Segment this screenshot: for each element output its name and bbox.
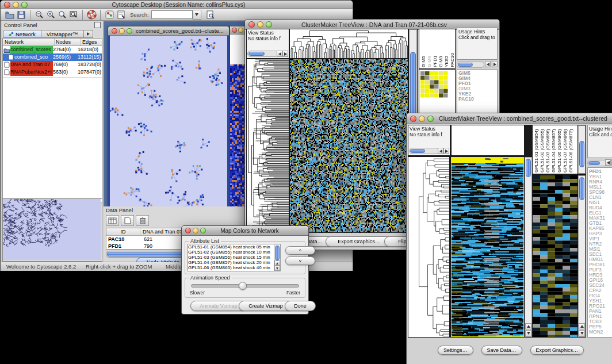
- close-button[interactable]: [232, 28, 237, 33]
- network-row[interactable]: RNAPuberNov2+I 563(0) 107847(0): [3, 68, 102, 76]
- attribute-list-item[interactable]: GPL51-03 (GSM856) heat shock 15 min: [188, 255, 280, 260]
- cell-id[interactable]: PFD1: [106, 243, 141, 250]
- col-network[interactable]: Network: [3, 39, 55, 45]
- float-panel-icon[interactable]: [94, 22, 101, 28]
- scroll-down-icon[interactable]: [274, 266, 280, 271]
- network-row[interactable]: DNA and Tran 07 769(0) 183728(0): [3, 61, 102, 68]
- attribute-list[interactable]: GPL51-01 (GSM854) heat shock 05 minGPL51…: [188, 244, 281, 271]
- slider-thumb[interactable]: [239, 282, 247, 290]
- scroll-left-icon[interactable]: [438, 148, 443, 154]
- scroll-down-icon[interactable]: [579, 330, 585, 336]
- close-button[interactable]: [4, 2, 10, 8]
- attribute-list-item[interactable]: GPL51-02 (GSM855) heat shock 10 min: [188, 250, 280, 255]
- help-lifesaver-icon[interactable]: [86, 9, 97, 21]
- close-button[interactable]: [112, 28, 117, 34]
- tv2-labels-vscrollbar[interactable]: [578, 125, 586, 174]
- annotation-icon[interactable]: [115, 9, 127, 21]
- tv2-status-hscrollbar[interactable]: [409, 148, 439, 154]
- zoom-button[interactable]: [200, 228, 206, 233]
- tv2-heatmap[interactable]: [451, 157, 524, 337]
- scroll-left-icon[interactable]: [605, 159, 611, 166]
- scroll-down-icon[interactable]: [525, 330, 531, 336]
- scroll-right-icon[interactable]: [443, 148, 449, 154]
- minimize-button[interactable]: [257, 21, 263, 28]
- zoom-in-icon[interactable]: [45, 9, 56, 21]
- tv2-usage-hscrollbar[interactable]: [587, 159, 612, 166]
- minimize-button[interactable]: [13, 2, 19, 8]
- tv2-column-dendrogram[interactable]: [452, 125, 524, 155]
- zoom-selected-icon[interactable]: [56, 9, 68, 21]
- tv2-row-dendrogram[interactable]: [408, 157, 449, 337]
- tv1-heatmap[interactable]: [290, 59, 408, 232]
- hscroll-thumb[interactable]: [588, 161, 600, 165]
- scroll-left-icon[interactable]: [485, 61, 491, 67]
- attribute-list-item[interactable]: GPL51-01 (GSM854) heat shock 05 min: [188, 244, 280, 250]
- search-input[interactable]: [151, 10, 193, 19]
- minimize-button[interactable]: [193, 228, 198, 233]
- scroll-right-icon[interactable]: [282, 51, 288, 57]
- network-row-selected[interactable]: combined_sco 2569(6) 13112(15): [3, 53, 102, 61]
- minimize-button[interactable]: [419, 116, 425, 122]
- document-magnifier-icon[interactable]: [205, 9, 216, 21]
- save-icon[interactable]: [16, 9, 27, 21]
- delete-attribute-trash-icon[interactable]: [136, 215, 149, 226]
- col-nodes[interactable]: Nodes: [55, 39, 81, 45]
- zoom-button[interactable]: [21, 2, 28, 8]
- move-up-button[interactable]: ^: [285, 246, 315, 255]
- hscroll-thumb[interactable]: [458, 63, 473, 67]
- cell-id[interactable]: PAC10: [106, 236, 141, 243]
- zoom-button[interactable]: [427, 116, 434, 122]
- folder-open-icon[interactable]: [4, 9, 16, 21]
- tab-vizmapper[interactable]: VizMapper™: [41, 30, 84, 38]
- tv1-usage-hscrollbar[interactable]: [457, 61, 498, 68]
- hscroll-thumb[interactable]: [410, 149, 425, 153]
- tv1-row-dendrogram[interactable]: [247, 59, 289, 232]
- attribute-list-vscrollbar[interactable]: [274, 244, 281, 271]
- scroll-up-icon[interactable]: [525, 323, 531, 329]
- speed-slider[interactable]: [191, 284, 299, 288]
- close-button[interactable]: [410, 116, 416, 122]
- overview-canvas[interactable]: [3, 199, 101, 260]
- attribute-list-item[interactable]: GPL51-07 (GSM868) heat shock 60 min: [188, 270, 280, 271]
- scroll-right-icon[interactable]: [492, 61, 498, 67]
- close-button[interactable]: [248, 21, 255, 28]
- tv2-heatmap-vscrollbar[interactable]: [525, 157, 532, 337]
- col-edges[interactable]: Edges: [81, 39, 102, 45]
- network-overview-panel[interactable]: [2, 198, 102, 262]
- search-dropdown-icon[interactable]: [193, 10, 201, 20]
- zoom-button[interactable]: [266, 21, 272, 28]
- tv2-action-button[interactable]: Settings…: [438, 346, 473, 355]
- network-view-canvas[interactable]: [110, 36, 227, 211]
- hscroll-thumb[interactable]: [248, 52, 265, 56]
- tab-overflow-arrow[interactable]: [84, 30, 93, 38]
- tv1-export-graphics-button[interactable]: Export Graphics…: [326, 236, 392, 247]
- zoom-fit-icon[interactable]: [68, 9, 79, 21]
- tab-network[interactable]: Network: [3, 30, 41, 38]
- network-list-empty-area[interactable]: [2, 78, 102, 202]
- attribute-list-item[interactable]: GPL51-04 (GSM857) heat shock 20 min: [188, 260, 280, 265]
- scroll-up-icon[interactable]: [274, 260, 280, 266]
- attribute-list-item[interactable]: GPL51-06 (GSM865) heat shock 40 min: [188, 265, 280, 270]
- network-row[interactable]: combined_scores 2764(0) 16218(0): [3, 46, 102, 53]
- done-button[interactable]: Done: [285, 301, 316, 311]
- scroll-left-icon[interactable]: [277, 51, 282, 57]
- zoom-out-icon[interactable]: [33, 9, 45, 21]
- tv2-action-button[interactable]: Export Graphics…: [530, 346, 584, 355]
- minimize-button[interactable]: [238, 28, 243, 33]
- vscroll-thumb[interactable]: [579, 141, 584, 167]
- close-button[interactable]: [185, 228, 191, 233]
- tv2-titlebar[interactable]: ClusterMaker TreeView : combined_scores_…: [407, 113, 612, 124]
- tv2-zoom-heatmap[interactable]: [533, 175, 577, 337]
- minimize-button[interactable]: [119, 28, 125, 34]
- main-titlebar[interactable]: Cytoscape Desktop (Session Name: collins…: [1, 1, 353, 9]
- vizmapper-icon[interactable]: [104, 9, 115, 21]
- scroll-up-icon[interactable]: [579, 323, 585, 329]
- attribute-table-icon[interactable]: [106, 215, 119, 226]
- dialog-titlebar[interactable]: Map Colors to Network: [182, 226, 308, 236]
- tv1-column-dendrogram[interactable]: [290, 29, 408, 58]
- move-down-button[interactable]: v: [285, 256, 315, 265]
- tv2-action-button[interactable]: Save Data…: [481, 346, 522, 355]
- tv1-status-hscrollbar[interactable]: [247, 51, 278, 57]
- vscroll-thumb[interactable]: [526, 159, 531, 177]
- new-attribute-icon[interactable]: [121, 215, 134, 226]
